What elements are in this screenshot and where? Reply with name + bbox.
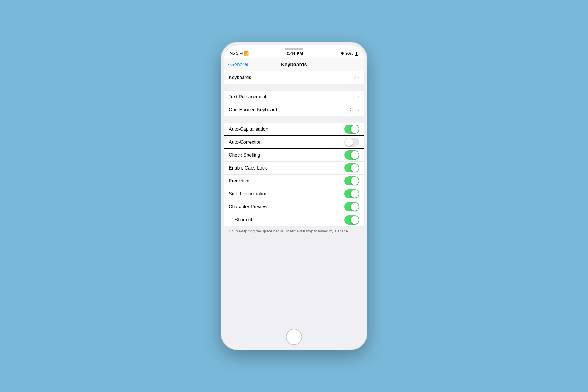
one-handed-keyboard-chevron-icon: › [358,107,359,113]
one-handed-keyboard-label: One-Handed Keyboard [229,107,277,113]
keyboards-label: Keyboards [229,75,251,80]
one-handed-keyboard-row[interactable]: One-Handed Keyboard Off › [224,103,364,116]
text-replacement-row[interactable]: Text Replacement › [224,91,364,103]
character-preview-row: Character Preview [224,200,364,213]
keyboards-count: 2 [353,75,356,80]
predictive-label: Predictive [229,178,249,184]
text-replacement-value: › [358,94,359,100]
battery-percent: 96% [345,51,353,56]
battery-icon: ▮ [355,51,358,56]
auto-capitalisation-row: Auto-Capitalisation [224,123,364,136]
back-button[interactable]: ‹ General [228,62,248,68]
status-bar: No SIM 📶 2:44 PM ✱ 96% ▮ [224,45,364,58]
status-right: ✱ 96% ▮ [341,51,358,56]
scroll-content: Keyboards 2 › Text Replacement › O [224,71,364,347]
nav-bar: ‹ General Keyboards [224,58,364,71]
toggle-knob [351,125,359,133]
toggles-group: Auto-Capitalisation Auto-Correction Chec… [224,123,364,226]
keyboards-chevron-icon: › [358,75,359,80]
character-preview-label: Character Preview [229,204,268,210]
home-button[interactable] [286,329,302,345]
enable-caps-lock-row: Enable Caps Lock [224,162,364,175]
spacer-2 [224,116,364,123]
page-title: Keyboards [281,62,307,68]
smart-punctuation-label: Smart Punctuation [229,191,268,197]
check-spelling-toggle[interactable] [344,150,359,160]
text-replacement-chevron-icon: › [358,94,359,100]
keyboards-group: Keyboards 2 › [224,71,364,84]
enable-caps-lock-toggle[interactable] [344,163,359,172]
toggle-knob [351,216,359,224]
speaker [285,48,303,50]
enable-caps-lock-label: Enable Caps Lock [229,165,267,171]
keyboards-row[interactable]: Keyboards 2 › [224,71,364,84]
smart-punctuation-row: Smart Punctuation [224,187,364,200]
toggle-knob [345,138,353,146]
one-handed-keyboard-status: Off [350,107,356,113]
auto-correction-toggle[interactable] [344,138,359,147]
shortcut-label: "." Shortcut [229,217,252,222]
toggle-knob [351,177,359,185]
character-preview-toggle[interactable] [344,202,359,211]
keyboards-value: 2 › [353,75,359,80]
auto-capitalisation-toggle[interactable] [344,125,359,134]
chevron-left-icon: ‹ [228,62,230,68]
status-left: No SIM 📶 [230,51,249,56]
smart-punctuation-toggle[interactable] [344,189,359,198]
bluetooth-icon: ✱ [341,51,344,56]
one-handed-keyboard-value: Off › [350,107,359,113]
auto-correction-label: Auto-Correction [229,140,262,145]
check-spelling-label: Check Spelling [229,153,260,158]
auto-capitalisation-label: Auto-Capitalisation [229,127,268,132]
footer-note-text: Double-tapping the space bar will insert… [229,229,349,233]
spacer-1 [224,84,364,91]
auto-correction-row: Auto-Correction [224,136,364,149]
toggle-knob [351,203,359,211]
wifi-icon: 📶 [244,51,249,56]
shortcut-row: "." Shortcut [224,213,364,226]
predictive-row: Predictive [224,175,364,187]
predictive-toggle[interactable] [344,176,359,185]
phone-frame: No SIM 📶 2:44 PM ✱ 96% ▮ ‹ General Keybo… [220,42,368,350]
text-replacement-label: Text Replacement [229,94,266,100]
carrier-label: No SIM [230,51,243,56]
phone-screen: No SIM 📶 2:44 PM ✱ 96% ▮ ‹ General Keybo… [224,45,364,347]
check-spelling-row: Check Spelling [224,149,364,162]
text-group: Text Replacement › One-Handed Keyboard O… [224,91,364,116]
footer-note: Double-tapping the space bar will insert… [224,226,364,239]
back-label: General [230,62,248,68]
toggle-knob [351,164,359,172]
toggle-knob [351,190,359,198]
shortcut-toggle[interactable] [344,215,359,225]
toggle-knob [351,151,359,159]
status-time: 2:44 PM [286,51,303,56]
